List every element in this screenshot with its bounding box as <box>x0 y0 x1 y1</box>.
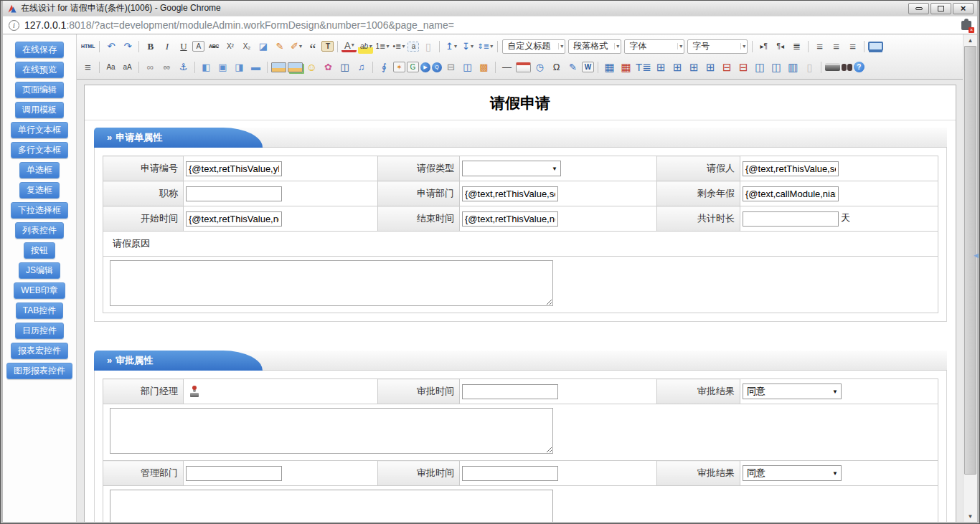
table-more-icon[interactable]: ▥ <box>786 59 801 75</box>
insert-table-icon[interactable]: ▦ <box>602 59 617 75</box>
remaining-annual-leave-input[interactable] <box>743 186 839 201</box>
merge-cells-icon[interactable]: ◫ <box>753 59 768 75</box>
video-icon[interactable]: ◫ <box>337 59 352 75</box>
job-title-input[interactable] <box>186 186 282 201</box>
custom-title-select[interactable]: 自定义标题▾ <box>502 39 565 54</box>
department-approval-comment-textarea[interactable] <box>110 490 553 522</box>
sidebar-button-preview[interactable]: 在线预览 <box>15 62 64 78</box>
emoticon-icon[interactable]: ☺ <box>304 59 319 75</box>
image-left-icon[interactable]: ◧ <box>199 59 214 75</box>
anchor-icon[interactable]: ⚓ <box>176 59 191 75</box>
sidebar-button-use-template[interactable]: 调用模板 <box>15 102 64 118</box>
hr-icon[interactable]: — <box>499 59 514 75</box>
sidebar-button-multi-line-textbox[interactable]: 多行文本框 <box>11 142 68 158</box>
superscript-icon[interactable]: X² <box>222 39 237 54</box>
justify-icon[interactable]: ≡ <box>80 59 95 75</box>
strikethrough-icon[interactable]: ABC <box>206 39 221 54</box>
tab-application-properties[interactable]: »申请单属性 <box>94 128 263 148</box>
word-import-icon[interactable]: W <box>582 62 594 72</box>
ordered-list-icon[interactable]: 1≣▾ <box>374 39 390 54</box>
leave-reason-textarea[interactable] <box>110 260 553 306</box>
palette-icon[interactable]: ✿ <box>321 59 336 75</box>
image-right-icon[interactable]: ◨ <box>232 59 247 75</box>
underline-icon[interactable]: U <box>176 39 191 54</box>
sidebar-button-js-edit[interactable]: JS编辑 <box>19 262 60 279</box>
paste-text-icon[interactable]: T <box>321 41 334 52</box>
sidebar-button-tab-control[interactable]: TAB控件 <box>16 303 63 319</box>
quicktime-icon[interactable]: Q <box>432 62 442 72</box>
leave-type-select[interactable] <box>462 161 561 176</box>
multi-image-icon[interactable] <box>288 62 303 72</box>
fullscreen-icon[interactable] <box>868 42 883 51</box>
sidebar-button-save[interactable]: 在线保存 <box>15 42 64 58</box>
approval-time-input[interactable] <box>462 384 558 399</box>
space-below-icon[interactable]: ↧▾ <box>460 39 475 54</box>
start-time-input[interactable] <box>186 211 282 227</box>
print-icon[interactable] <box>825 63 840 71</box>
insert-row-above-icon[interactable]: ⊞ <box>670 59 685 75</box>
lowercase-icon[interactable]: aA <box>120 59 135 75</box>
italic-icon[interactable]: I <box>159 39 174 54</box>
special-char-icon[interactable]: Ω <box>549 59 564 75</box>
clock-icon[interactable]: ◷ <box>532 59 547 75</box>
sidebar-button-button[interactable]: 按钮 <box>24 242 55 259</box>
rtl-icon[interactable]: ¶◂ <box>773 39 788 54</box>
attachment-icon[interactable]: ∮ <box>377 59 392 75</box>
align-left-icon[interactable]: ≡ <box>812 39 827 54</box>
music-icon[interactable]: ♫ <box>354 59 369 75</box>
undo-icon[interactable]: ↶ <box>103 39 118 54</box>
delete-row-icon[interactable]: ⊟ <box>720 59 735 75</box>
space-above-icon[interactable]: ↥▾ <box>443 39 458 54</box>
delete-col-icon[interactable]: ⊟ <box>736 59 751 75</box>
sidebar-button-checkbox[interactable]: 复选框 <box>19 182 60 199</box>
approval-result-select[interactable]: 同意 <box>743 384 842 399</box>
manager-approval-comment-textarea[interactable] <box>110 408 553 454</box>
sidebar-button-list-control[interactable]: 列表控件 <box>15 222 64 239</box>
iframe-icon[interactable]: ◫ <box>460 59 475 75</box>
delete-table-icon[interactable]: ▦ <box>618 59 633 75</box>
sidebar-button-chart-report-control[interactable]: 图形报表控件 <box>6 363 72 379</box>
stamp-icon[interactable] <box>189 386 200 398</box>
ltr-icon[interactable]: ▸¶ <box>756 39 771 54</box>
insert-col-icon[interactable]: ⊞ <box>703 59 718 75</box>
calendar-icon[interactable] <box>516 62 531 72</box>
bold-icon[interactable]: B <box>143 39 158 54</box>
line-height-icon[interactable]: ⇕≣▾ <box>476 39 494 54</box>
find-icon[interactable] <box>842 64 847 71</box>
align-center-icon[interactable]: ≡ <box>829 39 844 54</box>
inline-code-icon[interactable]: a <box>407 42 419 52</box>
approval-time-2-input[interactable] <box>462 466 558 481</box>
link-icon[interactable]: ∞ <box>143 59 158 75</box>
maximize-button[interactable] <box>930 3 951 14</box>
text-indent-icon[interactable]: ≣ <box>789 39 804 54</box>
sidebar-button-calendar-control[interactable]: 日历控件 <box>15 323 64 339</box>
insert-row-below-icon[interactable]: ⊞ <box>687 59 702 75</box>
approval-result-2-select[interactable]: 同意 <box>743 465 842 481</box>
remote-image-icon[interactable]: ▩ <box>476 59 491 75</box>
sidebar-button-web-stamp[interactable]: WEB印章 <box>14 282 65 299</box>
format-brush-icon[interactable]: ✎ <box>272 39 287 54</box>
sidebar-collapse-arrow-icon[interactable]: ◄ <box>972 252 980 259</box>
insert-image-icon[interactable] <box>271 62 286 72</box>
print-preview-icon[interactable]: ▯ <box>802 59 817 75</box>
total-duration-input[interactable] <box>743 211 839 227</box>
redo-icon[interactable]: ↷ <box>120 39 135 54</box>
media-icon[interactable]: ▶ <box>420 62 430 72</box>
sidebar-button-page-edit[interactable]: 页面编辑 <box>15 82 64 98</box>
management-department-input[interactable] <box>186 466 282 481</box>
char-border-icon[interactable]: A <box>192 41 204 52</box>
eraser-icon[interactable]: ◪ <box>255 39 270 54</box>
application-number-input[interactable] <box>186 161 282 176</box>
sidebar-button-dropdown-select[interactable]: 下拉选择框 <box>11 202 68 219</box>
html-source-icon[interactable]: HTML <box>80 39 95 54</box>
close-button[interactable]: × <box>953 3 974 14</box>
subscript-icon[interactable]: X₂ <box>239 39 254 54</box>
sidebar-button-single-line-textbox[interactable]: 单行文本框 <box>11 122 68 138</box>
blockquote-icon[interactable]: “ <box>305 39 320 54</box>
map-icon[interactable]: G <box>407 62 419 72</box>
unlink-icon[interactable]: ∞ <box>159 59 174 75</box>
sidebar-button-report-macro-control[interactable]: 报表宏控件 <box>11 343 68 359</box>
vertical-scrollbar[interactable]: ▲ ▼ <box>963 34 977 522</box>
font-color-icon[interactable]: A▾ <box>341 41 357 52</box>
highlight-color-icon[interactable]: ab▾ <box>358 39 373 54</box>
